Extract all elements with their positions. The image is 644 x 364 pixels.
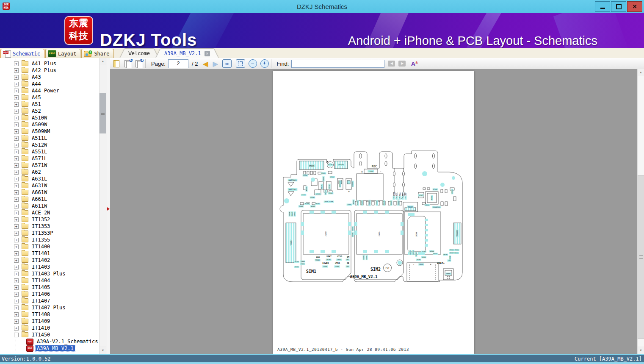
tree-item-folder[interactable]: +A45 <box>0 94 100 101</box>
tree-item-folder[interactable]: +IT1409 <box>0 318 100 325</box>
zoom-in-button[interactable]: + <box>260 59 269 68</box>
fit-width-button[interactable]: ◄► <box>222 59 232 68</box>
find-input[interactable] <box>291 60 384 68</box>
expand-toggle[interactable]: + <box>14 292 19 297</box>
find-previous-icon[interactable]: ◀ <box>388 61 395 67</box>
tree-item-folder[interactable]: +IT1406 <box>0 291 100 297</box>
expand-toggle[interactable]: + <box>14 75 19 80</box>
pdf-viewer[interactable]: REC+J3101-J5201M1C00FPC6302ANT7203ANT720… <box>110 69 644 354</box>
tree-item-folder[interactable]: +IT1404 <box>0 277 100 284</box>
expand-toggle[interactable]: + <box>14 183 19 188</box>
tree-item-folder[interactable]: +A42 Plus <box>0 67 100 74</box>
expand-toggle[interactable]: + <box>14 190 19 195</box>
expand-toggle[interactable]: + <box>14 163 19 168</box>
zoom-out-button[interactable]: − <box>249 59 257 68</box>
scroll-down-icon[interactable]: ▼ <box>638 347 644 354</box>
tab-share[interactable]: + Share <box>81 49 113 58</box>
expand-toggle[interactable]: + <box>14 258 19 263</box>
tree-item-folder[interactable]: +IT1400 <box>0 243 100 250</box>
tree-item-folder[interactable]: +A631W <box>0 182 100 189</box>
scroll-up-icon[interactable]: ▲ <box>638 69 644 76</box>
tree-item-document[interactable]: PDFA39A_MB_V2.1 <box>0 345 100 352</box>
expand-toggle[interactable]: + <box>14 265 19 270</box>
expand-toggle[interactable]: + <box>14 285 19 290</box>
tree-item-folder[interactable]: +A611W <box>0 203 100 209</box>
tree-item-folder[interactable]: +A509WM <box>0 128 100 135</box>
expand-toggle[interactable]: + <box>14 102 19 107</box>
expand-toggle[interactable]: + <box>14 251 19 256</box>
tree-item-folder[interactable]: +A44 <box>0 81 100 87</box>
expand-toggle[interactable]: + <box>14 245 19 249</box>
find-next-icon[interactable]: ▶ <box>398 61 406 67</box>
font-size-icon[interactable]: Aa <box>411 60 417 67</box>
tree-item-folder[interactable]: +A52 <box>0 108 100 114</box>
expand-toggle[interactable]: + <box>14 122 19 127</box>
expand-toggle[interactable]: + <box>14 299 19 303</box>
expand-toggle[interactable]: + <box>14 143 19 147</box>
expand-toggle[interactable]: + <box>14 326 19 331</box>
sidebar-scroll-thumb[interactable] <box>100 93 106 133</box>
expand-toggle[interactable]: + <box>14 89 19 93</box>
tree-item-folder[interactable]: +A43 <box>0 74 100 81</box>
rotate-right-icon[interactable]: ↻ <box>135 60 143 68</box>
tree-item-folder[interactable]: +A511L <box>0 135 100 142</box>
scroll-down-icon[interactable]: ▼ <box>100 347 106 354</box>
close-tab-icon[interactable]: ✕ <box>205 51 210 56</box>
tab-schematic[interactable]: PDF Schematic <box>0 49 44 58</box>
maximize-button[interactable] <box>611 1 626 12</box>
expand-toggle[interactable]: + <box>14 312 19 317</box>
tree-item-folder[interactable]: +A571W <box>0 162 100 169</box>
expand-toggle[interactable]: + <box>14 150 19 154</box>
viewer-scroll-thumb[interactable] <box>638 175 644 339</box>
expand-toggle[interactable]: + <box>14 231 19 236</box>
tree-item-folder[interactable]: +IT1407 <box>0 297 100 304</box>
tree-item-folder[interactable]: +A512W <box>0 142 100 148</box>
tree-item-folder[interactable]: +IT1353 <box>0 223 100 230</box>
tree-item-folder[interactable]: +IT1410 <box>0 325 100 331</box>
tree-item-folder[interactable]: +IT1405 <box>0 284 100 291</box>
tree-item-folder[interactable]: +IT1352 <box>0 216 100 223</box>
fit-page-button[interactable] <box>236 59 245 68</box>
expand-toggle[interactable]: + <box>14 95 19 100</box>
expand-toggle[interactable]: + <box>14 177 19 181</box>
expand-toggle[interactable]: + <box>14 68 19 73</box>
tree-item-folder[interactable]: +IT1402 <box>0 257 100 264</box>
page-number-input[interactable] <box>168 59 188 68</box>
tree-item-folder[interactable]: +IT1353P <box>0 230 100 236</box>
expand-toggle[interactable]: + <box>14 109 19 114</box>
tree-item-document[interactable]: PDFA39A-V2.1_Schematics <box>0 338 100 345</box>
tree-item-folder[interactable]: +A51 <box>0 101 100 108</box>
title-bar[interactable]: 东震科技 DZKJ Schematics ✕ <box>0 0 644 13</box>
expand-toggle[interactable]: + <box>14 129 19 134</box>
expand-toggle[interactable]: + <box>14 278 19 283</box>
tree-item-folder[interactable]: +A661L <box>0 196 100 203</box>
expand-toggle[interactable]: + <box>14 204 19 208</box>
expand-toggle[interactable]: + <box>14 136 19 141</box>
expand-toggle[interactable]: + <box>14 238 19 242</box>
tree-item-folder[interactable]: -IT1450 <box>0 331 100 338</box>
tree-item-folder[interactable]: +IT1403 <box>0 264 100 270</box>
tree-item-folder[interactable]: +A631L <box>0 175 100 182</box>
close-button[interactable]: ✕ <box>627 1 642 12</box>
tree-item-folder[interactable]: +A41 Plus <box>0 60 100 67</box>
previous-page-button[interactable]: ◀ <box>203 61 208 67</box>
tree-item-folder[interactable]: +IT1401 <box>0 250 100 257</box>
single-page-icon[interactable] <box>113 60 121 68</box>
expand-toggle[interactable]: + <box>14 211 19 215</box>
tab-layout[interactable]: PADS Layout <box>45 49 80 58</box>
scroll-up-icon[interactable]: ▲ <box>100 58 106 65</box>
collapse-toggle[interactable]: - <box>14 333 19 337</box>
tree-item-folder[interactable]: +IT1355 <box>0 236 100 243</box>
tree-item-folder[interactable]: +A509W <box>0 121 100 128</box>
expand-toggle[interactable]: + <box>14 224 19 229</box>
doc-tab-current[interactable]: A39A_MB_V2.1 ✕ <box>156 49 218 58</box>
tree-item-folder[interactable]: +IT1403 Plus <box>0 270 100 277</box>
tree-item-folder[interactable]: +A551L <box>0 148 100 155</box>
tree-item-folder[interactable]: +A44 Power <box>0 87 100 94</box>
viewer-scrollbar[interactable]: ▲ ▼ <box>637 69 644 354</box>
tree-item-folder[interactable]: +A510W <box>0 114 100 121</box>
expand-toggle[interactable]: + <box>14 197 19 202</box>
sidebar-scrollbar[interactable]: ▲ ▼ <box>99 58 107 354</box>
tree-item-folder[interactable]: +ACE 2N <box>0 209 100 216</box>
doc-tab-welcome[interactable]: Welcome <box>120 49 159 58</box>
